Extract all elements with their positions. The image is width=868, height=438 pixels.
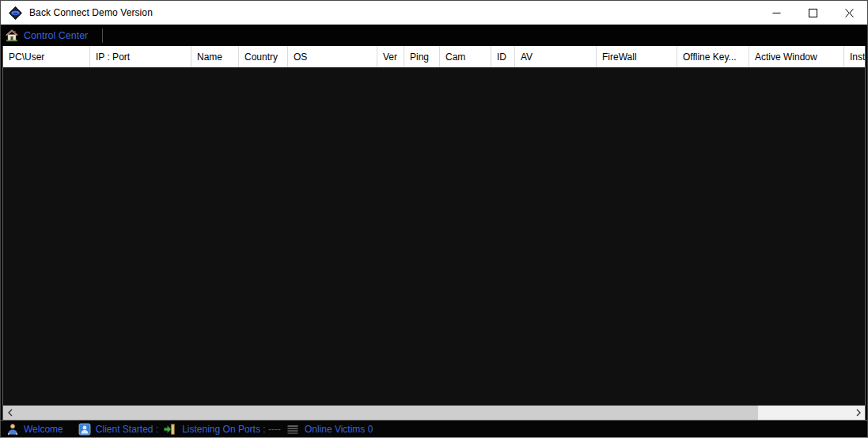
toolbar: Control Center [1,25,867,46]
maximize-icon [809,9,817,17]
column-header-ping[interactable]: Ping [404,46,440,67]
column-header-pc-user[interactable]: PC\User [3,46,90,67]
listening-ports-label: Listening On Ports : ---- [182,424,281,435]
log-door-icon [163,423,176,436]
online-victims-label: Online Victims 0 [305,424,373,435]
status-listening-ports: Listening On Ports : ---- [182,423,299,436]
home-icon [6,29,18,42]
list-lines-icon [286,423,299,436]
column-header-id[interactable]: ID [491,46,515,67]
column-header-name[interactable]: Name [191,46,239,67]
title-bar[interactable]: Back Connect Demo Version [1,1,867,25]
column-header-active-window[interactable]: Active Window [749,46,844,67]
column-header-insta[interactable]: Insta [844,46,865,67]
caption-buttons [758,1,867,25]
table-header: PC\UserIP : PortNameCountryOSVerPingCamI… [3,46,865,67]
client-started-label: Client Started : [96,424,158,435]
scroll-right-icon [855,409,862,417]
column-header-country[interactable]: Country [239,46,288,67]
maximize-button[interactable] [794,1,831,25]
status-bar: Welcome Client Started : Listening On Po… [1,420,867,437]
minimize-button[interactable] [758,1,794,25]
scroll-left-button[interactable] [3,406,17,420]
app-diamond-icon [9,6,22,20]
status-welcome: Welcome [6,423,63,436]
app-window: Back Connect Demo Version Control Center [0,0,868,438]
scrollbar-track[interactable] [758,406,851,420]
victims-listview: PC\UserIP : PortNameCountryOSVerPingCamI… [2,46,866,420]
minimize-icon [772,9,781,17]
column-header-firewall[interactable]: FireWall [597,46,677,67]
column-header-ver[interactable]: Ver [377,46,404,67]
scroll-left-icon [7,409,13,417]
status-online-victims: Online Victims 0 [305,424,373,435]
column-header-cam[interactable]: Cam [440,46,491,67]
user-welcome-icon [6,423,19,436]
client-user-icon [78,423,91,436]
status-client-started: Client Started : [78,423,176,436]
close-icon [845,9,854,17]
scrollbar-thumb[interactable] [17,406,758,420]
close-button[interactable] [831,1,867,25]
column-header-ip-port[interactable]: IP : Port [90,46,191,67]
menu-item-control-center[interactable]: Control Center [1,25,91,46]
horizontal-scrollbar [3,406,865,420]
column-header-os[interactable]: OS [288,46,377,67]
column-header-offline-key[interactable]: Offline Key... [677,46,749,67]
window-title: Back Connect Demo Version [29,7,153,18]
toolbar-separator [102,29,103,43]
victims-list-body[interactable] [3,67,865,406]
scroll-right-button[interactable] [851,406,865,420]
column-header-av[interactable]: AV [515,46,597,67]
menu-item-label: Control Center [24,30,88,41]
welcome-label: Welcome [24,424,63,435]
